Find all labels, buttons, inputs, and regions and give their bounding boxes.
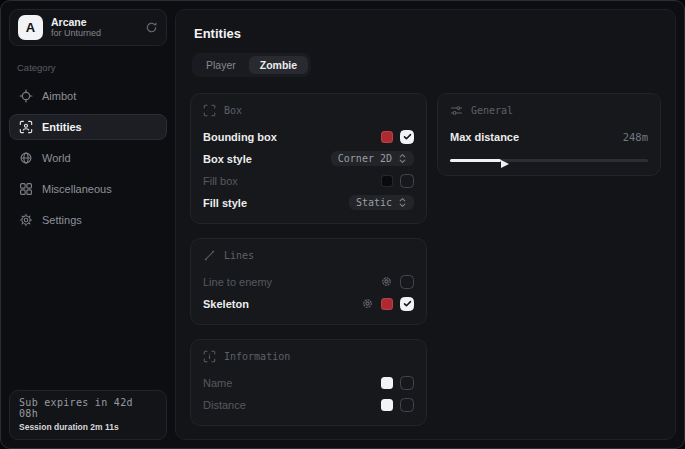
check-icon — [403, 299, 412, 308]
max-distance-value: 248m — [623, 131, 648, 143]
distance-checkbox[interactable] — [400, 398, 414, 412]
subscription-card: Sub expires in 42d 08h Session duration … — [9, 390, 167, 440]
name-label: Name — [203, 377, 232, 389]
slider-thumb-arrow[interactable] — [501, 160, 509, 168]
sidebar-item-entities[interactable]: Entities — [9, 114, 167, 140]
line-to-enemy-settings-gear-icon[interactable] — [380, 275, 393, 288]
fill-box-label: Fill box — [203, 175, 238, 187]
content-columns: Box Bounding box — [190, 93, 661, 426]
app-subtitle: for Unturned — [51, 28, 137, 38]
information-card-header: Information — [203, 350, 414, 363]
info-scan-icon — [203, 350, 216, 363]
check-icon — [403, 132, 412, 141]
lines-card: Lines Line to enemy — [190, 238, 427, 325]
name-row: Name — [203, 372, 414, 393]
distance-label: Distance — [203, 399, 246, 411]
diagonal-line-icon — [203, 249, 216, 262]
tab-zombie[interactable]: Zombie — [249, 56, 308, 74]
left-column: Box Bounding box — [190, 93, 427, 426]
general-card-header: General — [450, 104, 648, 117]
slider-fill — [450, 159, 501, 162]
app-name: Arcane — [51, 16, 137, 28]
information-card: Information Name Distance — [190, 339, 427, 426]
line-to-enemy-controls — [380, 275, 414, 289]
sidebar-item-miscellaneous[interactable]: Miscellaneous — [9, 176, 167, 202]
box-style-label: Box style — [203, 153, 252, 165]
skeleton-checkbox[interactable] — [400, 297, 414, 311]
skeleton-controls — [361, 297, 414, 311]
sidebar-spacer — [9, 233, 167, 390]
skeleton-label: Skeleton — [203, 298, 249, 310]
gear-icon — [19, 213, 33, 227]
brand-card: A Arcane for Unturned — [9, 9, 167, 46]
sidebar-item-aimbot[interactable]: Aimbot — [9, 83, 167, 109]
information-card-title: Information — [224, 351, 290, 362]
sync-icon[interactable] — [145, 21, 158, 34]
right-column: General Max distance 248m — [437, 93, 661, 176]
line-to-enemy-label: Line to enemy — [203, 276, 272, 288]
sidebar-item-label: World — [42, 152, 71, 164]
bounding-box-label: Bounding box — [203, 131, 277, 143]
sidebar-item-label: Miscellaneous — [42, 183, 112, 195]
name-checkbox[interactable] — [400, 376, 414, 390]
sidebar: A Arcane for Unturned Category — [1, 1, 175, 448]
tab-bar: Player Zombie — [192, 53, 311, 77]
bounding-box-color-swatch[interactable] — [381, 131, 393, 143]
sidebar-item-label: Settings — [42, 214, 82, 226]
distance-row: Distance — [203, 394, 414, 415]
lines-card-title: Lines — [224, 250, 254, 261]
sidebar-nav: Aimbot Entities — [9, 83, 167, 233]
skeleton-row: Skeleton — [203, 293, 414, 314]
sliders-icon — [450, 104, 463, 117]
distance-color-swatch[interactable] — [381, 399, 393, 411]
tab-player[interactable]: Player — [195, 56, 247, 74]
sub-expires-text: Sub expires in 42d 08h — [19, 397, 157, 419]
bounding-box-row: Bounding box — [203, 126, 414, 147]
fill-style-label: Fill style — [203, 197, 247, 209]
category-label: Category — [17, 62, 167, 73]
max-distance-row: Max distance 248m — [450, 126, 648, 147]
session-duration-text: Session duration 2m 11s — [19, 422, 157, 432]
app-logo: A — [18, 15, 43, 40]
brand-text: Arcane for Unturned — [51, 16, 137, 38]
sidebar-item-world[interactable]: World — [9, 145, 167, 171]
box-style-dropdown[interactable]: Corner 2D — [331, 151, 414, 166]
box-card-title: Box — [224, 105, 242, 116]
fill-box-controls — [381, 174, 414, 188]
crosshair-icon — [19, 89, 33, 103]
scan-corners-icon — [203, 104, 216, 117]
fill-box-color-swatch[interactable] — [381, 175, 393, 187]
general-card: General Max distance 248m — [437, 93, 661, 176]
fill-box-row: Fill box — [203, 170, 414, 191]
name-controls — [381, 376, 414, 390]
sidebar-item-label: Aimbot — [42, 90, 76, 102]
general-card-title: General — [471, 105, 513, 116]
fill-style-value: Static — [356, 197, 392, 208]
chevron-selector-icon — [398, 197, 407, 208]
sidebar-item-settings[interactable]: Settings — [9, 207, 167, 233]
page-title: Entities — [194, 26, 661, 41]
distance-controls — [381, 398, 414, 412]
main-panel: Entities Player Zombie — [175, 9, 676, 440]
app-window: A Arcane for Unturned Category — [0, 0, 685, 449]
globe-icon — [19, 151, 33, 165]
sidebar-item-label: Entities — [42, 121, 82, 133]
fill-style-dropdown[interactable]: Static — [349, 195, 414, 210]
box-style-value: Corner 2D — [338, 153, 392, 164]
fill-style-row: Fill style Static — [203, 192, 414, 213]
chevron-selector-icon — [398, 153, 407, 164]
user-scan-icon — [19, 120, 33, 134]
name-color-swatch[interactable] — [381, 377, 393, 389]
box-style-row: Box style Corner 2D — [203, 148, 414, 169]
bounding-box-controls — [381, 130, 414, 144]
max-distance-label: Max distance — [450, 131, 519, 143]
skeleton-color-swatch[interactable] — [381, 298, 393, 310]
skeleton-settings-gear-icon[interactable] — [361, 297, 374, 310]
line-to-enemy-row: Line to enemy — [203, 271, 414, 292]
fill-box-checkbox[interactable] — [400, 174, 414, 188]
line-to-enemy-checkbox[interactable] — [400, 275, 414, 289]
max-distance-slider[interactable] — [450, 155, 648, 165]
grid-icon — [19, 182, 33, 196]
bounding-box-checkbox[interactable] — [400, 130, 414, 144]
lines-card-header: Lines — [203, 249, 414, 262]
